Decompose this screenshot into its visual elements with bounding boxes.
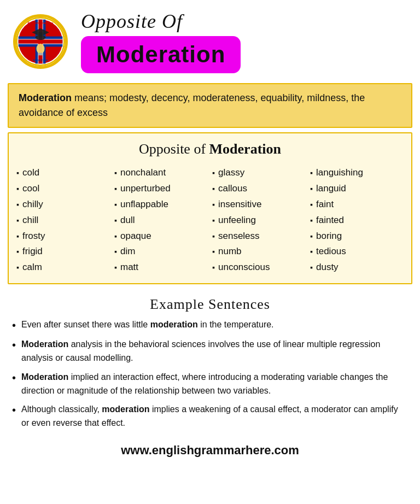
list-item: insensitive (212, 197, 306, 213)
site-logo: English Grammar Here.Com (13, 14, 68, 69)
list-item: cold (16, 165, 110, 181)
website-url: www.englishgrammarhere.com (121, 443, 299, 457)
list-item: numb (212, 244, 306, 260)
list-item: tedious (310, 244, 404, 260)
svg-point-13 (37, 44, 45, 54)
opposites-title-bold: Moderation (209, 141, 281, 157)
list-item: chill (16, 213, 110, 228)
example-text-2: Moderation analysis in the behavioral sc… (21, 338, 408, 365)
list-item: nonchalant (114, 165, 208, 181)
example-item-4: Although classically, moderation implies… (12, 403, 408, 430)
list-item: senseless (212, 228, 306, 244)
list-item: matt (114, 260, 208, 276)
definition-box: Moderation means; modesty, decency, mode… (8, 83, 412, 128)
moderation-badge: Moderation (81, 36, 241, 73)
list-item: languishing (310, 165, 404, 181)
list-item: glassy (212, 165, 306, 181)
word-col-4: languishing languid faint fainted boring… (308, 165, 406, 276)
example-item-2: Moderation analysis in the behavioral sc… (12, 338, 408, 365)
word-col-3: glassy callous insensitive unfeeling sen… (210, 165, 308, 276)
word-columns: cold cool chilly chill frosty frigid cal… (14, 165, 406, 276)
svg-rect-14 (38, 53, 43, 56)
example-text-1: Even after sunset there was little moder… (21, 318, 274, 332)
list-item: unperturbed (114, 181, 208, 197)
examples-section: Example Sentences Even after sunset ther… (0, 289, 420, 439)
example-text-3: Moderation implied an interaction effect… (21, 371, 408, 398)
moderation-badge-text: Moderation (96, 42, 225, 67)
list-item: frigid (16, 244, 110, 260)
list-item: dim (114, 244, 208, 260)
list-item: opaque (114, 228, 208, 244)
list-item: languid (310, 181, 404, 197)
list-item: unfeeling (212, 213, 306, 228)
list-item: callous (212, 181, 306, 197)
website-footer: www.englishgrammarhere.com (0, 439, 420, 466)
word-col-1: cold cool chilly chill frosty frigid cal… (14, 165, 112, 276)
svg-rect-7 (38, 20, 43, 64)
list-item: chilly (16, 197, 110, 213)
list-item: faint (310, 197, 404, 213)
list-item: calm (16, 260, 110, 276)
list-item: unflappable (114, 197, 208, 213)
svg-text:English Grammar: English Grammar (28, 21, 54, 25)
example-item-3: Moderation implied an interaction effect… (12, 371, 408, 398)
list-item: unconscious (212, 260, 306, 276)
word-col-2: nonchalant unperturbed unflappable dull … (112, 165, 210, 276)
list-item: cool (16, 181, 110, 197)
list-item: dull (114, 213, 208, 228)
example-text-4: Although classically, moderation implies… (21, 403, 408, 430)
list-item: fainted (310, 213, 404, 228)
definition-word: Moderation (19, 92, 72, 103)
example-item-1: Even after sunset there was little moder… (12, 318, 408, 332)
svg-point-10 (36, 35, 46, 40)
header: English Grammar Here.Com Opposite Of Mod… (0, 0, 420, 79)
svg-text:Here.Com: Here.Com (33, 58, 48, 62)
list-item: dusty (310, 260, 404, 276)
examples-list: Even after sunset there was little moder… (12, 318, 408, 430)
list-item: boring (310, 228, 404, 244)
opposites-title: Opposite of Moderation (14, 141, 406, 157)
opposite-of-label: Opposite Of (81, 10, 183, 33)
opposites-title-plain: Opposite of (139, 141, 209, 157)
list-item: frosty (16, 228, 110, 244)
examples-title: Example Sentences (12, 296, 408, 313)
opposites-section: Opposite of Moderation cold cool chilly … (8, 132, 412, 284)
title-block: Opposite Of Moderation (81, 10, 407, 73)
